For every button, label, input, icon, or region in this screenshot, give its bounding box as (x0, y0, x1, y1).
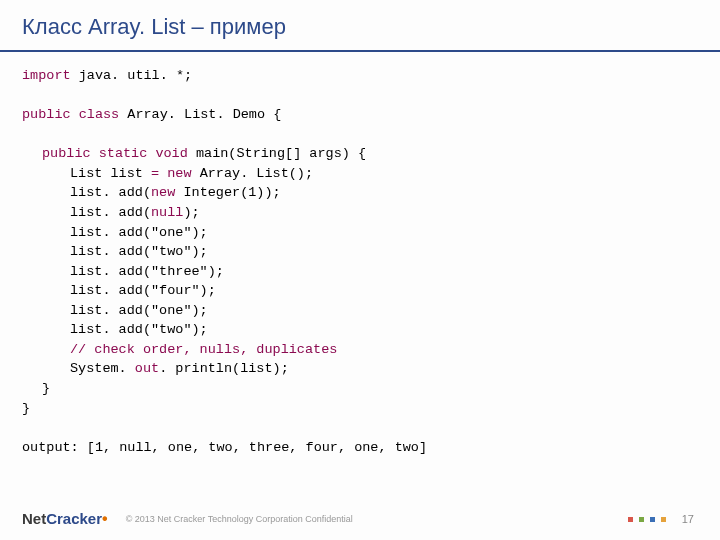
keyword: = (151, 166, 159, 181)
dot-icon (650, 517, 655, 522)
code-line: list. add("one"); (22, 223, 698, 243)
keyword: out (135, 361, 159, 376)
dot-icon (628, 517, 633, 522)
decorative-dots (628, 517, 666, 522)
code-text: list. add("one"); (70, 225, 208, 240)
code-line: list. add("two"); (22, 320, 698, 340)
keyword: public static void (42, 146, 188, 161)
code-line (22, 418, 698, 438)
code-line: list. add("two"); (22, 242, 698, 262)
code-block: import java. util. *; public class Array… (0, 52, 720, 465)
keyword: class (71, 107, 120, 122)
copyright-text: © 2013 Net Cracker Technology Corporatio… (126, 514, 353, 524)
logo-part-cracker: Cracker (46, 510, 102, 527)
logo-part-net: Net (22, 510, 46, 527)
code-text: ); (183, 205, 199, 220)
code-text: . println(list); (159, 361, 289, 376)
keyword: new (159, 166, 191, 181)
dot-icon (639, 517, 644, 522)
code-line: } (22, 379, 698, 399)
comment: // check order, nulls, duplicates (70, 342, 337, 357)
keyword: null (151, 205, 183, 220)
code-text: Array. List(); (192, 166, 314, 181)
code-line: list. add(null); (22, 203, 698, 223)
code-text: output: [1, null, one, two, three, four,… (22, 440, 427, 455)
code-text: List list (70, 166, 151, 181)
code-text: main(String[] args) { (188, 146, 366, 161)
code-text: java. util. *; (71, 68, 193, 83)
code-line: // check order, nulls, duplicates (22, 340, 698, 360)
slide-footer: NetCracker• © 2013 Net Cracker Technolog… (0, 498, 720, 540)
code-text: list. add("four"); (70, 283, 216, 298)
code-text: list. add("three"); (70, 264, 224, 279)
logo-dot-icon: • (102, 510, 108, 528)
code-text: } (42, 381, 50, 396)
code-line: System. out. println(list); (22, 359, 698, 379)
slide-title: Класс Array. List – пример (22, 14, 698, 40)
code-text: System. (70, 361, 135, 376)
code-line: list. add("one"); (22, 301, 698, 321)
code-line (22, 86, 698, 106)
code-text: list. add("one"); (70, 303, 208, 318)
code-line: list. add("three"); (22, 262, 698, 282)
keyword: import (22, 68, 71, 83)
code-line: List list = new Array. List(); (22, 164, 698, 184)
code-text: list. add( (70, 185, 151, 200)
page-number: 17 (682, 513, 694, 525)
code-line: public static void main(String[] args) { (22, 144, 698, 164)
code-line: public class Array. List. Demo { (22, 105, 698, 125)
code-line: import java. util. *; (22, 66, 698, 86)
code-text: Array. List. Demo { (119, 107, 281, 122)
code-text: list. add( (70, 205, 151, 220)
code-line (22, 125, 698, 145)
output-line: output: [1, null, one, two, three, four,… (22, 438, 698, 458)
keyword: public (22, 107, 71, 122)
code-line: list. add("four"); (22, 281, 698, 301)
slide-header: Класс Array. List – пример (0, 0, 720, 52)
code-line: list. add(new Integer(1)); (22, 183, 698, 203)
code-line: } (22, 399, 698, 419)
code-text: list. add("two"); (70, 244, 208, 259)
keyword: new (151, 185, 175, 200)
dot-icon (661, 517, 666, 522)
code-text: } (22, 401, 30, 416)
code-text: Integer(1)); (175, 185, 280, 200)
code-text: list. add("two"); (70, 322, 208, 337)
logo: NetCracker• (22, 510, 108, 528)
